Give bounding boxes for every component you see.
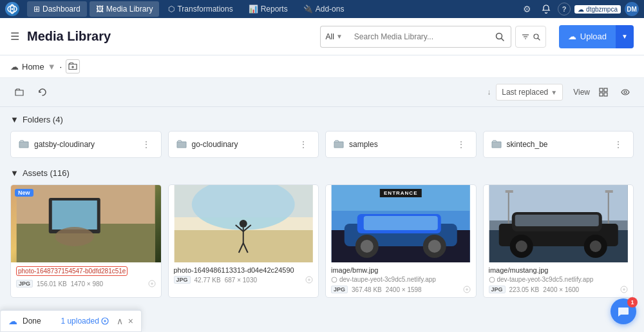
asset-thumbnail-bmw: ENTRANCE (326, 185, 476, 262)
refresh-button[interactable] (33, 83, 52, 101)
folder-card-samples[interactable]: samples ⋮ (325, 131, 477, 158)
upload-label: Upload (580, 32, 607, 41)
asset-meta-mustang: JPG 223.05 KB 2400 × 1600 (489, 286, 629, 293)
nav-item-transformations[interactable]: ⬡ Transformations (162, 1, 239, 17)
nav-item-reports-label: Reports (261, 5, 288, 14)
folder-menu-samples[interactable]: ⋮ (454, 138, 468, 151)
folders-section-header[interactable]: ▼ Folders (4) (10, 115, 634, 124)
asset-card-bmw[interactable]: ENTRANCE image/bmw.jpg dev-taupe-yeot-3c… (325, 184, 477, 298)
sort-direction-icon: ↓ (487, 88, 491, 97)
folder-icon (15, 88, 24, 97)
asset-size-photo1: 156.01 KB (37, 280, 67, 288)
assets-section-header[interactable]: ▼ Assets (116) (10, 168, 634, 178)
settings-button[interactable]: ⚙ (519, 1, 535, 17)
asset-size-photo2: 42.77 KB (194, 277, 221, 284)
account-name: dtgbzmpca (586, 6, 618, 13)
upload-button[interactable]: ☁ Upload (559, 25, 616, 48)
chat-bubble-button[interactable]: 1 (611, 298, 636, 324)
jpg-badge-photo2: JPG (174, 276, 191, 284)
search-filter-label: All (326, 32, 334, 41)
asset-meta-photo1: JPG 156.01 KB 1470 × 980 (16, 280, 156, 288)
svg-point-53 (515, 240, 527, 252)
grid-view-button[interactable] (595, 84, 612, 101)
asset-card-photo1[interactable]: New photo-1648737154547-b0dfd281c51e JPG… (10, 184, 162, 298)
search-icon (495, 32, 504, 41)
asset-action-photo1[interactable] (148, 280, 156, 288)
user-avatar[interactable]: DM (625, 2, 639, 16)
svg-rect-27 (174, 185, 312, 217)
assets-chevron: ▼ (10, 168, 19, 178)
svg-point-61 (489, 277, 495, 282)
assets-grid: New photo-1648737154547-b0dfd281c51e JPG… (10, 184, 634, 298)
upload-minimize-button[interactable]: ∧ (117, 316, 123, 326)
folders-section-label: Folders (4) (23, 115, 63, 124)
mustang-svg (484, 185, 634, 262)
folder-menu-go[interactable]: ⋮ (296, 138, 310, 151)
upload-close-button[interactable]: × (128, 316, 133, 326)
breadcrumb-separator: · (60, 62, 62, 72)
asset-card-mustang[interactable]: image/mustang.jpg dev-taupe-yeot-3c9dc5.… (483, 184, 634, 298)
display-options-button[interactable] (617, 84, 634, 101)
svg-line-9 (538, 38, 540, 40)
search-filter-dropdown[interactable]: All ▼ (320, 26, 348, 48)
svg-rect-60 (605, 190, 612, 193)
link-icon-mustang (489, 277, 495, 283)
help-button[interactable]: ? (558, 3, 571, 15)
sort-label: Last replaced (502, 88, 548, 97)
nav-item-media-library-label: Media Library (106, 5, 153, 14)
folder-info-gatsby: gatsby-cloudinary (19, 139, 95, 150)
folder-name-go: go-cloudinary (192, 140, 238, 149)
top-navigation: ⊞ Dashboard 🖼 Media Library ⬡ Transforma… (0, 0, 644, 18)
asset-action-bmw[interactable] (463, 286, 471, 293)
upload-notification: ☁ Done 1 uploaded ∧ × (0, 309, 142, 332)
nav-right: ⚙ ? ☁ dtgbzmpca DM (519, 1, 639, 17)
svg-point-21 (55, 227, 94, 246)
upload-count-icon (101, 317, 109, 325)
asset-dims-photo2: 687 × 1030 (225, 277, 257, 284)
sidebar-toggle[interactable]: ☰ (10, 30, 19, 43)
asset-action-mustang[interactable] (620, 286, 628, 293)
folder-card-skintech[interactable]: skintech_be ⋮ (483, 131, 634, 158)
photo2-svg (169, 185, 319, 262)
svg-rect-20 (52, 200, 97, 229)
logo[interactable] (5, 2, 19, 16)
nav-item-dashboard-label: Dashboard (43, 5, 80, 14)
notifications-button[interactable] (538, 1, 554, 17)
folder-view-button[interactable] (10, 83, 28, 101)
advanced-filter-button[interactable] (515, 26, 546, 48)
header-bar: ☰ Media Library All ▼ (0, 18, 644, 55)
sort-dropdown[interactable]: Last replaced ▼ (496, 84, 563, 101)
asset-action-photo2[interactable] (305, 276, 313, 284)
nav-item-addons[interactable]: 🔌 Add-ons (297, 1, 351, 17)
new-folder-icon (68, 62, 77, 71)
folder-info-samples: samples (334, 139, 378, 150)
reports-icon: 📊 (249, 5, 258, 14)
asset-thumbnail-mustang (484, 185, 634, 262)
transformations-icon: ⬡ (168, 5, 175, 14)
dashboard-icon: ⊞ (33, 5, 40, 14)
folder-menu-skintech[interactable]: ⋮ (611, 138, 625, 151)
link-icon-bmw (331, 277, 337, 283)
nav-item-reports[interactable]: 📊 Reports (242, 1, 294, 17)
asset-name-mustang: image/mustang.jpg (489, 266, 629, 274)
nav-item-dashboard[interactable]: ⊞ Dashboard (27, 1, 87, 17)
svg-point-2 (12, 8, 14, 10)
nav-item-media-library[interactable]: 🖼 Media Library (90, 1, 160, 17)
folder-menu-gatsby[interactable]: ⋮ (139, 138, 153, 151)
asset-thumbnail-photo2 (169, 185, 319, 262)
search-button[interactable] (489, 26, 511, 48)
addons-icon: 🔌 (303, 5, 313, 14)
asset-card-photo2[interactable]: photo-1649486113313-d04e42c24590 JPG 42.… (168, 184, 319, 298)
refresh-icon (38, 88, 47, 97)
folder-card-go[interactable]: go-cloudinary ⋮ (168, 131, 319, 158)
asset-info-bmw: image/bmw.jpg dev-taupe-yeot-3c9dc5.netl… (326, 262, 476, 297)
upload-dropdown-button[interactable]: ▼ (616, 25, 634, 48)
breadcrumb-home[interactable]: ☁ Home ▼ (10, 62, 56, 72)
folder-card-gatsby[interactable]: gatsby-cloudinary ⋮ (10, 131, 162, 158)
eye-icon (621, 88, 630, 96)
asset-meta-bmw: JPG 367.48 KB 2400 × 1598 (331, 286, 471, 293)
new-folder-button[interactable] (66, 59, 80, 73)
search-input[interactable] (348, 26, 489, 48)
upload-notif-cloud-icon: ☁ (8, 316, 17, 326)
asset-size-mustang: 223.05 KB (509, 286, 540, 293)
